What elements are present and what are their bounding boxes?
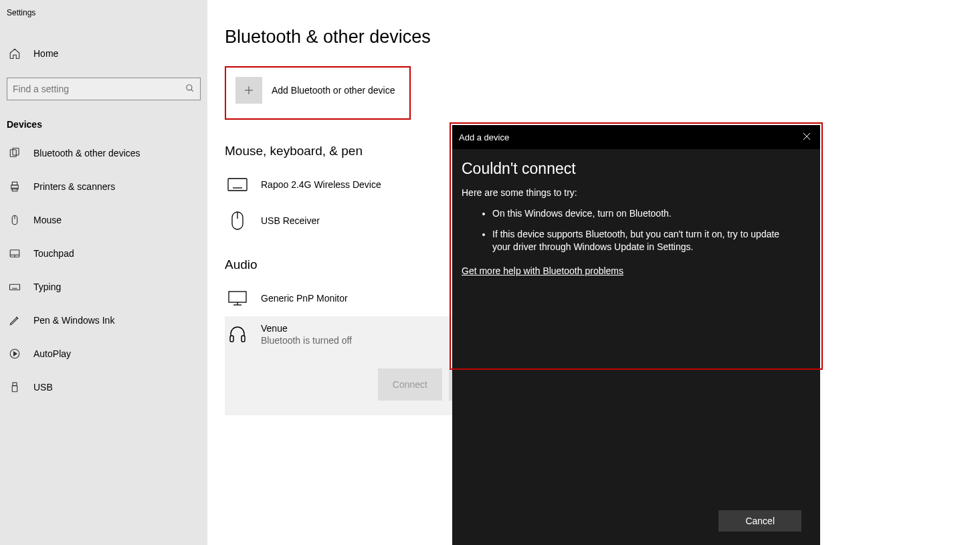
svg-rect-24 [228,179,247,191]
svg-rect-5 [12,182,17,185]
sidebar-item-autoplay[interactable]: AutoPlay [0,337,207,370]
add-device-dialog: Add a device Couldn't connect Here are s… [452,125,820,545]
device-name: Venue [261,323,352,334]
sidebar-item-label: Bluetooth & other devices [33,148,140,158]
dialog-bullet: If this device supports Bluetooth, but y… [492,228,811,253]
search-input-wrap[interactable] [7,78,201,100]
sidebar-item-label: Mouse [33,215,62,225]
cancel-button[interactable]: Cancel [718,510,801,532]
mouse-icon [7,212,23,228]
sidebar-item-typing[interactable]: Typing [0,270,207,304]
home-icon [7,45,23,62]
device-name: Rapoo 2.4G Wireless Device [261,179,381,190]
pen-icon [7,312,23,328]
page-title: Bluetooth & other devices [225,27,980,47]
sidebar-item-usb[interactable]: USB [0,370,207,404]
device-sub: Bluetooth is turned off [261,335,352,346]
sidebar-item-bluetooth[interactable]: Bluetooth & other devices [0,136,207,170]
sidebar-item-mouse[interactable]: Mouse [0,203,207,237]
autoplay-icon [7,346,23,362]
svg-rect-43 [230,336,233,342]
sidebar-item-home[interactable]: Home [0,39,207,68]
sidebar: Settings Home Devices Bluetooth & other … [0,0,207,545]
sidebar-item-label: USB [33,382,53,393]
headphones-icon [226,323,249,346]
dialog-sub: Here are some things to try: [462,187,811,198]
keyboard-device-icon [226,173,249,196]
sidebar-item-touchpad[interactable]: Touchpad [0,237,207,270]
close-icon[interactable] [800,132,813,142]
device-row[interactable]: USB Receiver [225,203,462,239]
svg-rect-40 [229,292,246,302]
sidebar-item-label: Touchpad [33,248,74,259]
svg-rect-44 [241,336,245,342]
svg-point-0 [187,84,192,90]
svg-line-1 [191,89,193,91]
device-name: Generic PnP Monitor [261,293,348,304]
svg-marker-19 [14,352,17,356]
plus-icon [235,77,262,104]
add-device-label: Add Bluetooth or other device [272,85,395,96]
svg-rect-3 [13,148,19,156]
sidebar-item-label: AutoPlay [33,348,71,359]
device-row-selected[interactable]: Venue Bluetooth is turned off Connect Re… [225,316,462,415]
dialog-heading: Couldn't connect [462,160,811,178]
dialog-bullet: On this Windows device, turn on Bluetoot… [492,207,811,220]
sidebar-item-label: Pen & Windows Ink [33,315,114,326]
sidebar-item-label: Printers & scanners [33,181,115,192]
sidebar-home-label: Home [33,48,58,59]
search-input[interactable] [13,84,185,94]
usb-icon [7,379,23,395]
connect-button[interactable]: Connect [378,368,442,401]
device-row[interactable]: Generic PnP Monitor [225,280,462,316]
device-row[interactable]: Rapoo 2.4G Wireless Device [225,167,462,203]
svg-rect-2 [10,150,16,157]
dialog-header: Add a device [452,125,820,149]
sidebar-item-label: Typing [33,282,61,292]
svg-rect-6 [12,188,17,191]
sidebar-item-pen[interactable]: Pen & Windows Ink [0,304,207,337]
keyboard-icon [7,279,23,295]
dialog-title: Add a device [459,132,800,142]
device-name: USB Receiver [261,215,320,226]
svg-rect-20 [13,383,17,386]
app-title: Settings [0,0,207,25]
svg-rect-21 [12,386,17,392]
bluetooth-devices-icon [7,145,23,161]
add-device-button[interactable]: Add Bluetooth or other device [225,66,411,120]
monitor-icon [226,287,249,310]
touchpad-icon [7,245,23,261]
search-icon [185,84,195,95]
svg-rect-12 [10,284,20,290]
help-link[interactable]: Get more help with Bluetooth problems [462,265,623,276]
printer-icon [7,179,23,195]
mouse-device-icon [226,209,249,232]
sidebar-item-printers[interactable]: Printers & scanners [0,170,207,203]
sidebar-section-label: Devices [0,112,207,136]
